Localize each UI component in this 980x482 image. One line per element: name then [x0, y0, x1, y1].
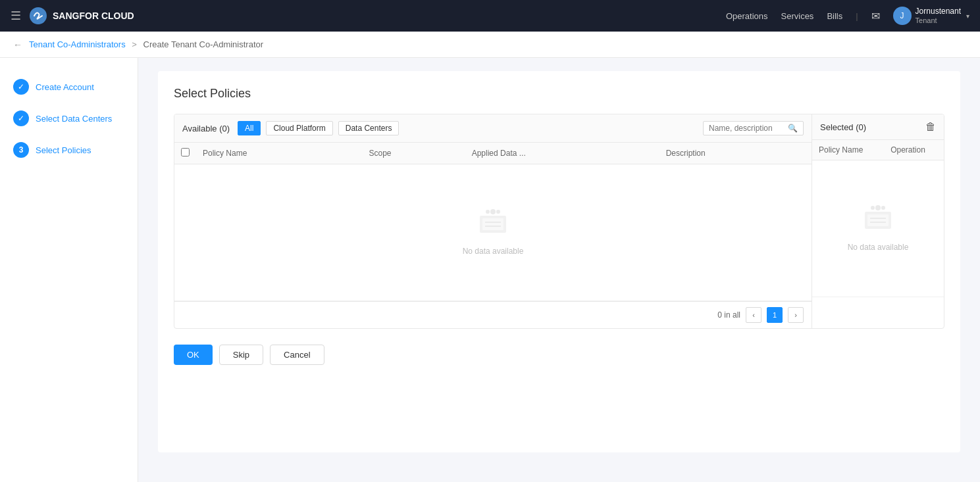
available-policies-table: Policy Name Scope Applied Data ... Descr…: [174, 143, 812, 301]
filter-all-btn[interactable]: All: [238, 121, 261, 135]
page-title: Select Policies: [174, 87, 944, 101]
svg-point-0: [30, 7, 47, 24]
selected-panel: Selected (0) 🗑 Policy Name Operation: [812, 114, 944, 328]
count-text: 0 in all: [717, 310, 740, 320]
empty-data-icon: [477, 209, 509, 241]
step-select-data-centers[interactable]: ✓ Select Data Centers: [0, 103, 138, 134]
selected-empty-state: No data available: [819, 166, 937, 291]
svg-point-4: [486, 210, 490, 214]
user-dropdown-icon: ▾: [966, 12, 969, 20]
available-panel-header: Available (0) All Cloud Platform Data Ce…: [174, 114, 812, 143]
filter-data-centers-btn[interactable]: Data Centers: [338, 121, 400, 135]
available-panel: Available (0) All Cloud Platform Data Ce…: [174, 114, 812, 328]
user-menu[interactable]: J Jornustenant Tenant ▾: [893, 7, 969, 25]
cancel-button[interactable]: Cancel: [270, 345, 324, 365]
col-scope: Scope: [363, 143, 465, 164]
step-1-label: Create Account: [36, 82, 94, 92]
selected-col-policy-name: Policy Name: [812, 140, 884, 160]
svg-point-5: [496, 210, 500, 214]
next-page-btn[interactable]: ›: [788, 307, 804, 323]
svg-point-3: [490, 209, 496, 214]
svg-point-11: [871, 206, 875, 210]
step-2-icon: ✓: [13, 110, 29, 126]
svg-point-10: [875, 205, 881, 210]
step-1-icon: ✓: [13, 79, 29, 95]
step-2-label: Select Data Centers: [36, 114, 112, 124]
mail-icon[interactable]: ✉: [871, 10, 880, 22]
topnav-right-section: Operations Services Bills | ✉ J Jornuste…: [726, 7, 969, 25]
sangfor-logo-icon: [29, 7, 47, 25]
selected-panel-title: Selected (0): [820, 122, 866, 132]
step-create-account[interactable]: ✓ Create Account: [0, 71, 138, 103]
skip-button[interactable]: Skip: [219, 345, 263, 365]
breadcrumb-bar: ← Tenant Co-Administrators > Create Tena…: [0, 32, 980, 58]
content-card: Select Policies Available (0) All Cloud …: [158, 71, 960, 452]
ok-button[interactable]: OK: [174, 345, 213, 365]
available-empty-text: No data available: [463, 247, 524, 256]
content-area: Select Policies Available (0) All Cloud …: [138, 58, 980, 482]
selected-policies-table: Policy Name Operation: [812, 140, 944, 297]
page-1-btn[interactable]: 1: [767, 307, 783, 323]
col-policy-name: Policy Name: [196, 143, 363, 164]
selected-col-operation: Operation: [884, 140, 944, 160]
available-panel-footer: 0 in all ‹ 1 ›: [174, 301, 812, 328]
prev-page-btn[interactable]: ‹: [746, 307, 761, 323]
nav-operations[interactable]: Operations: [726, 11, 768, 21]
user-name: Jornustenant: [916, 7, 961, 16]
svg-point-12: [881, 206, 885, 210]
breadcrumb-separator: >: [132, 39, 137, 49]
step-select-policies[interactable]: 3 Select Policies: [0, 134, 138, 166]
top-navigation: ☰ SANGFOR CLOUD Operations Services Bill…: [0, 0, 980, 32]
menu-icon[interactable]: ☰: [11, 9, 21, 23]
user-role: Tenant: [916, 16, 961, 25]
selected-empty-data-icon: [862, 205, 894, 237]
delete-all-icon[interactable]: 🗑: [925, 121, 936, 133]
step-3-label: Select Policies: [36, 145, 91, 155]
col-applied-data: Applied Data ...: [465, 143, 659, 164]
nav-bills[interactable]: Bills: [827, 11, 842, 21]
search-input[interactable]: [709, 124, 788, 133]
nav-services[interactable]: Services: [781, 11, 814, 21]
svg-rect-2: [482, 218, 503, 230]
breadcrumb-current: Create Tenant Co-Administrator: [143, 39, 264, 49]
available-empty-state: No data available: [181, 170, 805, 295]
bottom-actions: OK Skip Cancel: [174, 345, 944, 365]
breadcrumb-parent-link[interactable]: Tenant Co-Administrators: [29, 39, 126, 49]
search-box[interactable]: 🔍: [703, 121, 804, 135]
available-panel-title: Available (0): [182, 124, 230, 133]
select-all-checkbox[interactable]: [181, 148, 190, 157]
col-description: Description: [659, 143, 812, 164]
brand-logo: SANGFOR CLOUD: [29, 7, 134, 25]
main-layout: ✓ Create Account ✓ Select Data Centers 3…: [0, 58, 980, 482]
panels-container: Available (0) All Cloud Platform Data Ce…: [174, 114, 944, 329]
brand-name: SANGFOR CLOUD: [53, 11, 134, 21]
user-avatar: J: [893, 7, 912, 25]
search-icon: 🔍: [788, 124, 798, 133]
sidebar: ✓ Create Account ✓ Select Data Centers 3…: [0, 58, 138, 482]
selected-empty-text: No data available: [848, 243, 909, 252]
back-button[interactable]: ←: [13, 39, 22, 50]
filter-cloud-platform-btn[interactable]: Cloud Platform: [266, 121, 332, 135]
nav-divider: |: [856, 11, 858, 21]
breadcrumb: Tenant Co-Administrators > Create Tenant…: [29, 39, 263, 49]
svg-rect-9: [867, 214, 889, 226]
step-3-icon: 3: [13, 142, 29, 158]
user-info: Jornustenant Tenant: [916, 7, 961, 25]
selected-panel-header: Selected (0) 🗑: [812, 114, 944, 140]
